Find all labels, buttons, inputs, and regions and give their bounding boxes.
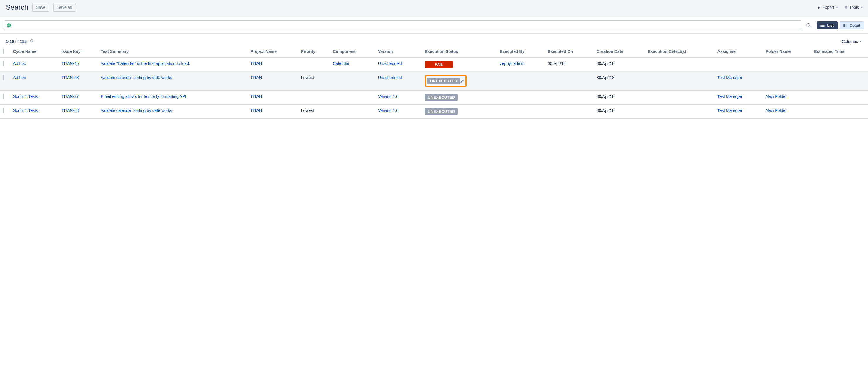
cell-defects — [645, 58, 715, 72]
cycle-link[interactable]: Sprint 1 Tests — [13, 94, 38, 99]
search-input[interactable] — [13, 22, 798, 29]
cell-cycle: Ad hoc — [10, 72, 58, 90]
version-link[interactable]: Version 1.0 — [378, 94, 399, 99]
cell-project: TITAN — [248, 58, 298, 72]
summary-link[interactable]: Email editing allows for text only forma… — [101, 94, 186, 99]
cell-exec-by — [497, 72, 545, 90]
col-issue[interactable]: Issue Key — [58, 47, 98, 58]
table-row: Sprint 1 TestsTITAN-68Validate calendar … — [0, 105, 868, 119]
folder-link[interactable]: New Folder — [766, 108, 787, 113]
status-badge-unexecuted[interactable]: UNEXECUTED — [427, 78, 460, 84]
table-row: Ad hocTITAN-45Validate "Calendar" is the… — [0, 58, 868, 72]
cell-folder — [763, 72, 811, 90]
export-menu[interactable]: Export ▼ — [817, 5, 838, 10]
summary-link[interactable]: Validate calendar sorting by date works — [101, 108, 172, 113]
status-badge-fail[interactable]: FAIL — [425, 61, 453, 68]
summary-link[interactable]: Validate calendar sorting by date works — [101, 75, 172, 80]
cell-project: TITAN — [248, 105, 298, 119]
version-link[interactable]: Unscheduled — [378, 75, 402, 80]
cell-version: Version 1.0 — [375, 105, 422, 119]
col-priority[interactable]: Priority — [298, 47, 330, 58]
search-icon[interactable] — [806, 23, 811, 28]
valid-query-icon — [7, 23, 11, 27]
col-exec-status[interactable]: Execution Status — [422, 47, 497, 58]
detail-view-button[interactable]: Detail — [840, 22, 864, 29]
col-summary[interactable]: Test Summary — [98, 47, 247, 58]
cell-defects — [645, 90, 715, 105]
cell-version: Version 1.0 — [375, 90, 422, 105]
cell-issue: TITAN-68 — [58, 105, 98, 119]
cell-check — [0, 90, 10, 105]
cell-priority: Lowest — [298, 72, 330, 90]
issue-link[interactable]: TITAN-45 — [61, 61, 79, 66]
assignee-link[interactable]: Test Manager — [717, 108, 742, 113]
version-link[interactable]: Version 1.0 — [378, 108, 399, 113]
row-checkbox[interactable] — [3, 61, 3, 66]
assignee-link[interactable]: Test Manager — [717, 94, 742, 99]
svg-rect-0 — [843, 24, 845, 27]
cell-component — [330, 72, 375, 90]
row-checkbox[interactable] — [3, 108, 3, 113]
search-wrap — [4, 20, 801, 30]
row-checkbox[interactable] — [3, 75, 3, 80]
meta-row: 1-10 of 118 Columns ▼ — [0, 33, 868, 47]
executed-by-link[interactable]: zephyr admin — [500, 61, 524, 66]
select-all-checkbox[interactable] — [3, 49, 3, 54]
col-exec-on[interactable]: Executed On — [545, 47, 594, 58]
folder-link[interactable]: New Folder — [766, 94, 787, 99]
save-as-button[interactable]: Save as — [53, 3, 76, 12]
columns-menu[interactable]: Columns ▼ — [842, 39, 862, 44]
col-estimated[interactable]: Estimated Time — [811, 47, 868, 58]
list-view-button[interactable]: List — [817, 22, 837, 29]
component-link[interactable]: Calendar — [333, 61, 349, 66]
cell-cycle: Sprint 1 Tests — [10, 105, 58, 119]
result-count: 1-10 of 118 — [6, 39, 34, 44]
cell-version: Unscheduled — [375, 58, 422, 72]
save-button[interactable]: Save — [32, 3, 49, 12]
version-link[interactable]: Unscheduled — [378, 61, 402, 66]
chevron-down-icon: ▼ — [836, 6, 839, 9]
cell-exec-on: 30/Apr/18 — [545, 58, 594, 72]
col-defects[interactable]: Execution Defect(s) — [645, 47, 715, 58]
columns-label: Columns — [842, 39, 858, 44]
status-badge-unexecuted[interactable]: UNEXECUTED — [425, 108, 458, 115]
pencil-icon[interactable] — [460, 79, 464, 83]
issue-link[interactable]: TITAN-68 — [61, 108, 79, 113]
tools-menu[interactable]: Tools ▼ — [844, 5, 863, 10]
cell-estimated — [811, 72, 868, 90]
issue-link[interactable]: TITAN-68 — [61, 75, 79, 80]
detail-label: Detail — [850, 23, 860, 28]
col-component[interactable]: Component — [330, 47, 375, 58]
project-link[interactable]: TITAN — [251, 94, 262, 99]
cell-project: TITAN — [248, 72, 298, 90]
cell-folder: New Folder — [763, 105, 811, 119]
cell-check — [0, 72, 10, 90]
status-badge-unexecuted[interactable]: UNEXECUTED — [425, 94, 458, 101]
col-exec-by[interactable]: Executed By — [497, 47, 545, 58]
refresh-icon[interactable] — [30, 39, 34, 43]
cell-folder: New Folder — [763, 90, 811, 105]
results-table: Cycle Name Issue Key Test Summary Projec… — [0, 47, 868, 119]
cell-issue: TITAN-45 — [58, 58, 98, 72]
col-project[interactable]: Project Name — [248, 47, 298, 58]
cycle-link[interactable]: Ad hoc — [13, 75, 26, 80]
col-creation[interactable]: Creation Date — [594, 47, 645, 58]
issue-link[interactable]: TITAN-37 — [61, 94, 79, 99]
project-link[interactable]: TITAN — [251, 61, 262, 66]
cycle-link[interactable]: Ad hoc — [13, 61, 26, 66]
row-checkbox[interactable] — [3, 94, 3, 99]
assignee-link[interactable]: Test Manager — [717, 75, 742, 80]
cell-issue: TITAN-37 — [58, 90, 98, 105]
col-cycle[interactable]: Cycle Name — [10, 47, 58, 58]
col-folder[interactable]: Folder Name — [763, 47, 811, 58]
cell-estimated — [811, 90, 868, 105]
cell-summary: Email editing allows for text only forma… — [98, 90, 247, 105]
list-label: List — [827, 23, 834, 28]
col-assignee[interactable]: Assignee — [715, 47, 763, 58]
project-link[interactable]: TITAN — [251, 108, 262, 113]
cycle-link[interactable]: Sprint 1 Tests — [13, 108, 38, 113]
table-header-row: Cycle Name Issue Key Test Summary Projec… — [0, 47, 868, 58]
col-version[interactable]: Version — [375, 47, 422, 58]
project-link[interactable]: TITAN — [251, 75, 262, 80]
summary-link[interactable]: Validate "Calendar" is the first applica… — [101, 61, 190, 66]
